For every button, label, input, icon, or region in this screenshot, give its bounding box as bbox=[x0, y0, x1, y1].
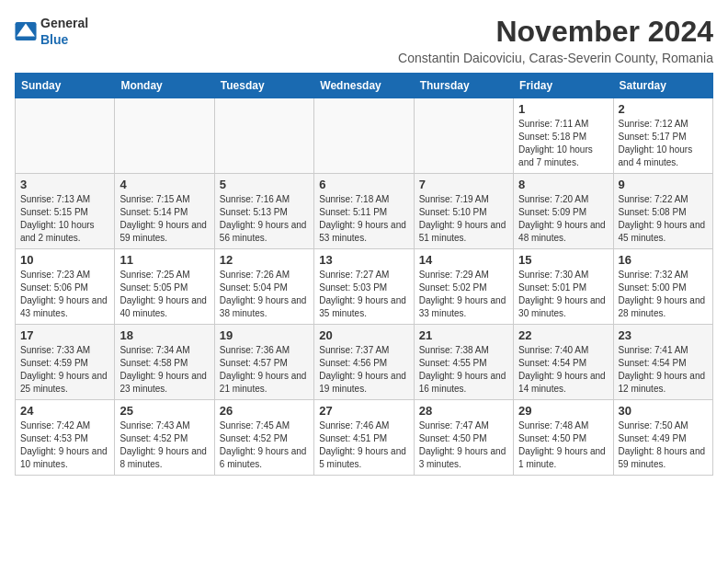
day-number: 23 bbox=[619, 328, 708, 342]
weekday-header-sunday: Sunday bbox=[16, 74, 115, 98]
day-info: Sunrise: 7:47 AM Sunset: 4:50 PM Dayligh… bbox=[419, 419, 508, 471]
day-number: 9 bbox=[619, 178, 708, 191]
weekday-header-row: SundayMondayTuesdayWednesdayThursdayFrid… bbox=[16, 74, 713, 98]
day-number: 16 bbox=[619, 253, 708, 267]
day-info: Sunrise: 7:26 AM Sunset: 5:04 PM Dayligh… bbox=[220, 269, 309, 320]
day-number: 3 bbox=[20, 178, 109, 191]
calendar-cell: 3Sunrise: 7:13 AM Sunset: 5:15 PM Daylig… bbox=[16, 174, 115, 249]
day-number: 6 bbox=[319, 178, 408, 191]
day-info: Sunrise: 7:12 AM Sunset: 5:17 PM Dayligh… bbox=[619, 118, 708, 169]
calendar-cell: 20Sunrise: 7:37 AM Sunset: 4:56 PM Dayli… bbox=[314, 325, 414, 400]
day-number: 1 bbox=[518, 102, 608, 116]
day-info: Sunrise: 7:29 AM Sunset: 5:02 PM Dayligh… bbox=[419, 269, 508, 320]
weekday-header-saturday: Saturday bbox=[613, 74, 712, 98]
calendar-cell: 14Sunrise: 7:29 AM Sunset: 5:02 PM Dayli… bbox=[414, 249, 513, 325]
calendar-cell: 16Sunrise: 7:32 AM Sunset: 5:00 PM Dayli… bbox=[613, 249, 712, 325]
calendar-cell bbox=[414, 98, 513, 174]
day-number: 29 bbox=[518, 404, 608, 418]
calendar-cell: 9Sunrise: 7:22 AM Sunset: 5:08 PM Daylig… bbox=[613, 174, 712, 249]
day-info: Sunrise: 7:46 AM Sunset: 4:51 PM Dayligh… bbox=[319, 419, 408, 471]
day-number: 10 bbox=[20, 253, 109, 267]
calendar-cell: 2Sunrise: 7:12 AM Sunset: 5:17 PM Daylig… bbox=[613, 98, 712, 174]
calendar-cell bbox=[214, 98, 313, 174]
day-info: Sunrise: 7:15 AM Sunset: 5:14 PM Dayligh… bbox=[119, 193, 209, 245]
day-number: 27 bbox=[319, 404, 408, 418]
calendar-cell: 21Sunrise: 7:38 AM Sunset: 4:55 PM Dayli… bbox=[414, 325, 513, 400]
calendar-cell: 26Sunrise: 7:45 AM Sunset: 4:52 PM Dayli… bbox=[214, 400, 313, 476]
day-info: Sunrise: 7:38 AM Sunset: 4:55 PM Dayligh… bbox=[419, 344, 508, 396]
day-info: Sunrise: 7:50 AM Sunset: 4:49 PM Dayligh… bbox=[619, 419, 708, 471]
subtitle: Constantin Daicoviciu, Caras-Severin Cou… bbox=[88, 51, 713, 65]
day-number: 24 bbox=[20, 404, 109, 418]
day-info: Sunrise: 7:13 AM Sunset: 5:15 PM Dayligh… bbox=[20, 193, 109, 245]
day-info: Sunrise: 7:37 AM Sunset: 4:56 PM Dayligh… bbox=[319, 344, 408, 396]
weekday-header-monday: Monday bbox=[115, 74, 214, 98]
day-info: Sunrise: 7:27 AM Sunset: 5:03 PM Dayligh… bbox=[319, 269, 408, 320]
day-number: 20 bbox=[319, 328, 408, 342]
day-number: 12 bbox=[220, 253, 309, 267]
calendar-cell: 6Sunrise: 7:18 AM Sunset: 5:11 PM Daylig… bbox=[314, 174, 414, 249]
calendar-cell bbox=[16, 98, 115, 174]
day-info: Sunrise: 7:18 AM Sunset: 5:11 PM Dayligh… bbox=[319, 193, 408, 245]
month-title: November 2024 bbox=[88, 15, 713, 49]
calendar-cell: 8Sunrise: 7:20 AM Sunset: 5:09 PM Daylig… bbox=[514, 174, 613, 249]
day-number: 7 bbox=[419, 178, 508, 191]
calendar-cell: 30Sunrise: 7:50 AM Sunset: 4:49 PM Dayli… bbox=[613, 400, 712, 476]
calendar-cell: 28Sunrise: 7:47 AM Sunset: 4:50 PM Dayli… bbox=[414, 400, 513, 476]
day-info: Sunrise: 7:48 AM Sunset: 4:50 PM Dayligh… bbox=[518, 419, 608, 471]
weekday-header-thursday: Thursday bbox=[414, 74, 513, 98]
calendar-week-row: 24Sunrise: 7:42 AM Sunset: 4:53 PM Dayli… bbox=[16, 400, 713, 476]
day-number: 28 bbox=[419, 404, 508, 418]
calendar-cell: 22Sunrise: 7:40 AM Sunset: 4:54 PM Dayli… bbox=[514, 325, 613, 400]
day-number: 26 bbox=[220, 404, 309, 418]
calendar-cell: 23Sunrise: 7:41 AM Sunset: 4:54 PM Dayli… bbox=[613, 325, 712, 400]
day-number: 2 bbox=[619, 102, 708, 116]
calendar-cell: 12Sunrise: 7:26 AM Sunset: 5:04 PM Dayli… bbox=[214, 249, 313, 325]
calendar-cell: 5Sunrise: 7:16 AM Sunset: 5:13 PM Daylig… bbox=[214, 174, 313, 249]
day-info: Sunrise: 7:23 AM Sunset: 5:06 PM Dayligh… bbox=[20, 269, 109, 320]
calendar-cell: 17Sunrise: 7:33 AM Sunset: 4:59 PM Dayli… bbox=[16, 325, 115, 400]
calendar-cell: 27Sunrise: 7:46 AM Sunset: 4:51 PM Dayli… bbox=[314, 400, 414, 476]
calendar-cell: 10Sunrise: 7:23 AM Sunset: 5:06 PM Dayli… bbox=[16, 249, 115, 325]
day-number: 8 bbox=[518, 178, 608, 191]
calendar-cell: 29Sunrise: 7:48 AM Sunset: 4:50 PM Dayli… bbox=[514, 400, 613, 476]
day-info: Sunrise: 7:16 AM Sunset: 5:13 PM Dayligh… bbox=[220, 193, 309, 245]
day-info: Sunrise: 7:20 AM Sunset: 5:09 PM Dayligh… bbox=[518, 193, 608, 245]
day-info: Sunrise: 7:30 AM Sunset: 5:01 PM Dayligh… bbox=[518, 269, 608, 320]
day-info: Sunrise: 7:36 AM Sunset: 4:57 PM Dayligh… bbox=[220, 344, 309, 396]
weekday-header-tuesday: Tuesday bbox=[214, 74, 313, 98]
day-info: Sunrise: 7:43 AM Sunset: 4:52 PM Dayligh… bbox=[119, 419, 209, 471]
title-area: November 2024 Constantin Daicoviciu, Car… bbox=[88, 15, 713, 65]
calendar-table: SundayMondayTuesdayWednesdayThursdayFrid… bbox=[15, 73, 713, 476]
day-number: 15 bbox=[518, 253, 608, 267]
calendar-cell: 18Sunrise: 7:34 AM Sunset: 4:58 PM Dayli… bbox=[115, 325, 214, 400]
day-number: 25 bbox=[119, 404, 209, 418]
day-info: Sunrise: 7:34 AM Sunset: 4:58 PM Dayligh… bbox=[119, 344, 209, 396]
day-number: 21 bbox=[419, 328, 508, 342]
calendar-cell bbox=[314, 98, 414, 174]
calendar-cell bbox=[115, 98, 214, 174]
calendar-cell: 13Sunrise: 7:27 AM Sunset: 5:03 PM Dayli… bbox=[314, 249, 414, 325]
calendar-cell: 15Sunrise: 7:30 AM Sunset: 5:01 PM Dayli… bbox=[514, 249, 613, 325]
day-info: Sunrise: 7:45 AM Sunset: 4:52 PM Dayligh… bbox=[220, 419, 309, 471]
day-info: Sunrise: 7:25 AM Sunset: 5:05 PM Dayligh… bbox=[119, 269, 209, 320]
day-number: 11 bbox=[119, 253, 209, 267]
day-number: 4 bbox=[119, 178, 209, 191]
day-number: 13 bbox=[319, 253, 408, 267]
calendar-week-row: 10Sunrise: 7:23 AM Sunset: 5:06 PM Dayli… bbox=[16, 249, 713, 325]
day-number: 14 bbox=[419, 253, 508, 267]
calendar-cell: 11Sunrise: 7:25 AM Sunset: 5:05 PM Dayli… bbox=[115, 249, 214, 325]
calendar-cell: 4Sunrise: 7:15 AM Sunset: 5:14 PM Daylig… bbox=[115, 174, 214, 249]
day-info: Sunrise: 7:32 AM Sunset: 5:00 PM Dayligh… bbox=[619, 269, 708, 320]
calendar-cell: 24Sunrise: 7:42 AM Sunset: 4:53 PM Dayli… bbox=[16, 400, 115, 476]
calendar-cell: 25Sunrise: 7:43 AM Sunset: 4:52 PM Dayli… bbox=[115, 400, 214, 476]
weekday-header-wednesday: Wednesday bbox=[314, 74, 414, 98]
day-number: 19 bbox=[220, 328, 309, 342]
logo-icon bbox=[15, 22, 37, 40]
day-info: Sunrise: 7:11 AM Sunset: 5:18 PM Dayligh… bbox=[518, 118, 608, 169]
day-number: 5 bbox=[220, 178, 309, 191]
calendar-week-row: 1Sunrise: 7:11 AM Sunset: 5:18 PM Daylig… bbox=[16, 98, 713, 174]
logo-text-blue: Blue bbox=[40, 32, 68, 47]
day-info: Sunrise: 7:42 AM Sunset: 4:53 PM Dayligh… bbox=[20, 419, 109, 471]
day-info: Sunrise: 7:41 AM Sunset: 4:54 PM Dayligh… bbox=[619, 344, 708, 396]
